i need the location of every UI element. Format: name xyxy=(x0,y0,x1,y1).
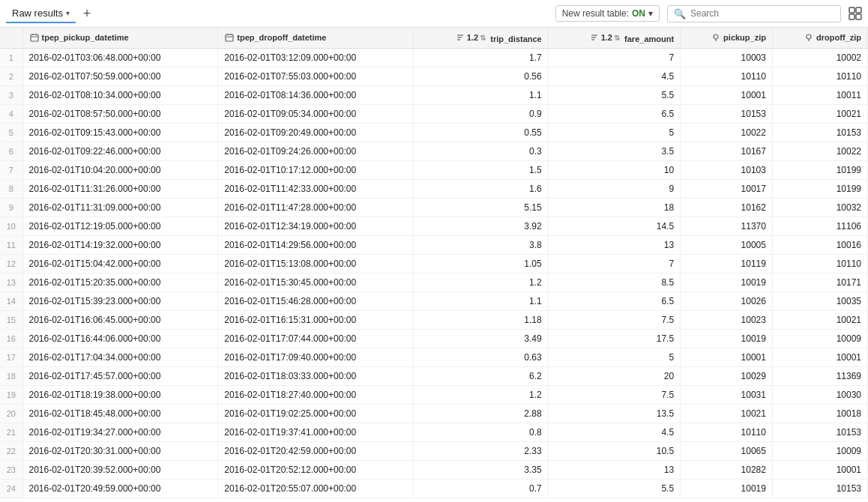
results-table: tpep_pickup_datetime tpep_dropoff_dateti… xyxy=(0,28,868,498)
table-row: 42016-02-01T08:57:50.000+00:002016-02-01… xyxy=(0,105,868,124)
cell-dropoff-zip: 10032 xyxy=(772,199,867,217)
row-number: 22 xyxy=(0,442,22,461)
cell-dropoff-zip: 10153 xyxy=(772,423,867,442)
cell-pickup-datetime: 2016-02-01T03:06:48.000+00:00 xyxy=(22,49,218,67)
cell-trip-distance: 1.2 xyxy=(414,386,549,405)
table-row: 232016-02-01T20:39:52.000+00:002016-02-0… xyxy=(0,461,868,480)
table-row: 172016-02-01T17:04:34.000+00:002016-02-0… xyxy=(0,348,868,367)
cell-pickup-datetime: 2016-02-01T08:10:34.000+00:00 xyxy=(22,86,218,105)
cell-pickup-zip: 10005 xyxy=(681,236,773,255)
col-header-fare-amount[interactable]: 1.2 ⇅ fare_amount xyxy=(548,28,680,49)
cell-dropoff-datetime: 2016-02-01T15:30:45.000+00:00 xyxy=(218,273,414,292)
chevron-down-icon: ▾ xyxy=(648,8,653,19)
topbar-right: New result table: ON ▾ 🔍 xyxy=(555,5,862,22)
row-number: 6 xyxy=(0,142,22,161)
col-header-dropoff-zip[interactable]: dropoff_zip xyxy=(772,28,867,49)
cell-fare-amount: 7 xyxy=(548,49,680,67)
col-header-pickup-zip[interactable]: pickup_zip xyxy=(681,28,773,49)
raw-results-tab[interactable]: Raw results ▾ xyxy=(6,4,76,23)
cell-pickup-datetime: 2016-02-01T09:22:46.000+00:00 xyxy=(22,142,218,161)
cell-dropoff-datetime: 2016-02-01T17:09:40.000+00:00 xyxy=(218,348,414,367)
cell-dropoff-datetime: 2016-02-01T14:29:56.000+00:00 xyxy=(218,236,414,255)
cell-pickup-datetime: 2016-02-01T19:34:27.000+00:00 xyxy=(22,423,218,442)
row-number: 10 xyxy=(0,217,22,236)
cell-dropoff-zip: 10153 xyxy=(772,480,867,498)
table-row: 202016-02-01T18:45:48.000+00:002016-02-0… xyxy=(0,405,868,423)
cell-fare-amount: 14.5 xyxy=(548,217,680,236)
layout-icon[interactable] xyxy=(849,7,862,20)
add-view-button[interactable]: + xyxy=(79,5,95,22)
cell-fare-amount: 13 xyxy=(548,461,680,480)
cell-trip-distance: 2.33 xyxy=(414,442,549,461)
cell-trip-distance: 0.63 xyxy=(414,348,549,367)
table-row: 192016-02-01T18:19:38.000+00:002016-02-0… xyxy=(0,386,868,405)
new-result-table-toggle[interactable]: New result table: ON ▾ xyxy=(555,5,660,22)
cell-pickup-datetime: 2016-02-01T16:06:45.000+00:00 xyxy=(22,311,218,330)
row-number: 21 xyxy=(0,423,22,442)
cell-trip-distance: 5.15 xyxy=(414,199,549,217)
cell-pickup-datetime: 2016-02-01T20:49:59.000+00:00 xyxy=(22,480,218,498)
row-number: 2 xyxy=(0,67,22,86)
cell-pickup-zip: 10282 xyxy=(681,461,773,480)
table-row: 52016-02-01T09:15:43.000+00:002016-02-01… xyxy=(0,124,868,142)
cell-pickup-datetime: 2016-02-01T12:19:05.000+00:00 xyxy=(22,217,218,236)
col-header-dropoff-datetime[interactable]: tpep_dropoff_datetime xyxy=(218,28,414,49)
cell-dropoff-datetime: 2016-02-01T16:15:31.000+00:00 xyxy=(218,311,414,330)
cell-dropoff-zip: 10011 xyxy=(772,86,867,105)
table-row: 122016-02-01T15:04:42.000+00:002016-02-0… xyxy=(0,255,868,273)
cell-fare-amount: 5 xyxy=(548,124,680,142)
topbar: Raw results ▾ + New result table: ON ▾ 🔍 xyxy=(0,0,868,28)
table-body: 12016-02-01T03:06:48.000+00:002016-02-01… xyxy=(0,49,868,498)
table-row: 182016-02-01T17:45:57.000+00:002016-02-0… xyxy=(0,367,868,386)
svg-point-18 xyxy=(714,34,718,39)
row-number: 1 xyxy=(0,49,22,67)
search-box[interactable]: 🔍 xyxy=(667,5,841,22)
cell-trip-distance: 1.18 xyxy=(414,311,549,330)
cell-pickup-zip: 10162 xyxy=(681,199,773,217)
table-row: 22016-02-01T07:50:59.000+00:002016-02-01… xyxy=(0,67,868,86)
datetime-icon-2 xyxy=(224,32,235,43)
cell-trip-distance: 0.56 xyxy=(414,67,549,86)
col-header-rownum xyxy=(0,28,22,49)
topbar-left: Raw results ▾ + xyxy=(6,4,95,23)
cell-pickup-zip: 10019 xyxy=(681,480,773,498)
cell-pickup-zip: 10110 xyxy=(681,423,773,442)
cell-pickup-zip: 10119 xyxy=(681,255,773,273)
search-input[interactable] xyxy=(690,8,834,19)
table-row: 212016-02-01T19:34:27.000+00:002016-02-0… xyxy=(0,423,868,442)
cell-fare-amount: 10.5 xyxy=(548,442,680,461)
row-number: 4 xyxy=(0,105,22,124)
cell-trip-distance: 1.6 xyxy=(414,180,549,199)
cell-dropoff-zip: 10001 xyxy=(772,461,867,480)
cell-pickup-zip: 11370 xyxy=(681,217,773,236)
cell-dropoff-zip: 10002 xyxy=(772,49,867,67)
cell-fare-amount: 7.5 xyxy=(548,311,680,330)
cell-fare-amount: 6.5 xyxy=(548,105,680,124)
cell-pickup-datetime: 2016-02-01T14:19:32.000+00:00 xyxy=(22,236,218,255)
cell-pickup-zip: 10019 xyxy=(681,273,773,292)
row-number: 16 xyxy=(0,330,22,348)
cell-dropoff-zip: 10021 xyxy=(772,311,867,330)
cell-pickup-datetime: 2016-02-01T18:45:48.000+00:00 xyxy=(22,405,218,423)
table-row: 12016-02-01T03:06:48.000+00:002016-02-01… xyxy=(0,49,868,67)
cell-dropoff-datetime: 2016-02-01T09:24:26.000+00:00 xyxy=(218,142,414,161)
cell-fare-amount: 8.5 xyxy=(548,273,680,292)
cell-fare-amount: 13.5 xyxy=(548,405,680,423)
cell-trip-distance: 1.7 xyxy=(414,49,549,67)
col-header-trip-distance[interactable]: 1.2 ⇅ trip_distance xyxy=(414,28,549,49)
cell-trip-distance: 3.8 xyxy=(414,236,549,255)
cell-dropoff-zip: 10199 xyxy=(772,180,867,199)
cell-pickup-zip: 10031 xyxy=(681,386,773,405)
col-header-pickup-datetime[interactable]: tpep_pickup_datetime xyxy=(22,28,218,49)
table-row: 102016-02-01T12:19:05.000+00:002016-02-0… xyxy=(0,217,868,236)
cell-pickup-datetime: 2016-02-01T07:50:59.000+00:00 xyxy=(22,67,218,86)
cell-dropoff-datetime: 2016-02-01T19:37:41.000+00:00 xyxy=(218,423,414,442)
table-row: 112016-02-01T14:19:32.000+00:002016-02-0… xyxy=(0,236,868,255)
cell-pickup-zip: 10003 xyxy=(681,49,773,67)
cell-fare-amount: 4.5 xyxy=(548,423,680,442)
cell-pickup-datetime: 2016-02-01T11:31:26.000+00:00 xyxy=(22,180,218,199)
cell-dropoff-zip: 10009 xyxy=(772,330,867,348)
cell-pickup-datetime: 2016-02-01T10:04:20.000+00:00 xyxy=(22,161,218,180)
search-icon: 🔍 xyxy=(674,8,686,19)
cell-trip-distance: 2.88 xyxy=(414,405,549,423)
